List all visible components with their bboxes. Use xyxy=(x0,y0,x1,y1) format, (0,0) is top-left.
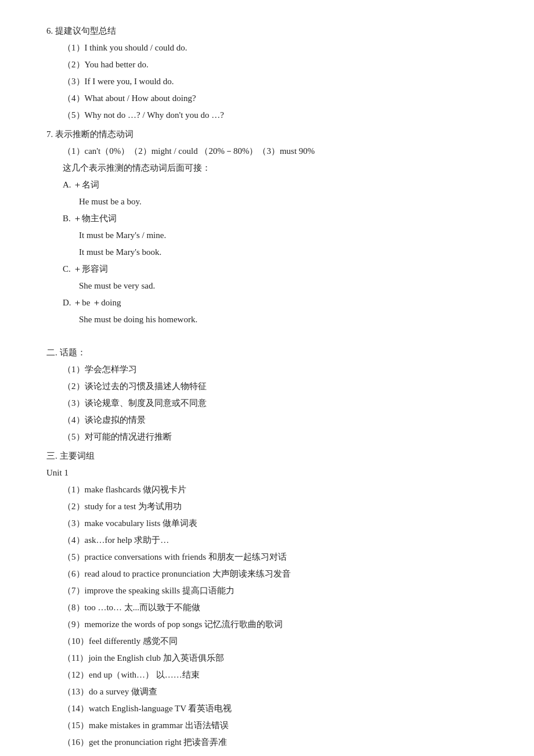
section-7-subD-example: She must be doing his homework. xyxy=(63,312,488,327)
section-7-content: （1）can't（0%）（2）might / could （20%－80%）（3… xyxy=(46,143,488,327)
section-2-items: （1）学会怎样学习 （2）谈论过去的习惯及描述人物特征 （3）谈论规章、制度及同… xyxy=(46,362,488,445)
section-6-item-3: （3）If I were you, I would do. xyxy=(63,74,488,89)
unit1-item-7: （7）improve the speaking skills 提高口语能力 xyxy=(63,583,488,599)
section-6-item-4: （4）What about / How about doing? xyxy=(63,91,488,106)
section-2-item-4: （4）谈论虚拟的情景 xyxy=(63,412,488,428)
unit1-item-14: （14）watch English-language TV 看英语电视 xyxy=(63,701,488,717)
section-6-item-1: （1）I think you should / could do. xyxy=(63,40,488,56)
unit1-item-5: （5）practice conversations with friends 和… xyxy=(63,549,488,565)
section-2-item-5: （5）对可能的情况进行推断 xyxy=(63,429,488,445)
unit1-item-16: （16）get the pronunciation right 把读音弄准 xyxy=(63,735,488,750)
unit1-item-3: （3）make vocabulary lists 做单词表 xyxy=(63,516,488,531)
section-7-line1: （1）can't（0%）（2）might / could （20%－80%）（3… xyxy=(63,143,488,159)
section-7: 7. 表示推断的情态动词 （1）can't（0%）（2）might / coul… xyxy=(46,127,488,327)
unit1-item-10: （10）feel differently 感觉不同 xyxy=(63,633,488,649)
section-6: 6. 提建议句型总结 （1）I think you should / could… xyxy=(46,23,488,123)
section-6-items: （1）I think you should / could do. （2）You… xyxy=(46,40,488,123)
unit1-item-12: （12）end up（with…） 以……结束 xyxy=(63,667,488,683)
unit1-item-2: （2）study for a test 为考试用功 xyxy=(63,499,488,514)
section-2-item-3: （3）谈论规章、制度及同意或不同意 xyxy=(63,395,488,411)
section-7-subA-example: He must be a boy. xyxy=(63,194,488,210)
section-6-title: 6. 提建议句型总结 xyxy=(46,23,488,39)
section-7-line2: 这几个表示推测的情态动词后面可接： xyxy=(63,160,488,176)
unit1-item-4: （4）ask…for help 求助于… xyxy=(63,532,488,548)
section-2-item-2: （2）谈论过去的习惯及描述人物特征 xyxy=(63,379,488,394)
section-7-subC-example: She must be very sad. xyxy=(63,278,488,294)
section-7-subC-label: C. ＋形容词 xyxy=(63,261,488,277)
section-6-item-2: （2）You had better do. xyxy=(63,57,488,73)
unit1-item-6: （6）read aloud to practice pronunciation … xyxy=(63,566,488,582)
unit1-item-9: （9）memorize the words of pop songs 记忆流行歌… xyxy=(63,617,488,632)
section-7-subA-label: A. ＋名词 xyxy=(63,177,488,193)
section-2-item-1: （1）学会怎样学习 xyxy=(63,362,488,377)
section-7-subB-example2: It must be Mary's book. xyxy=(63,244,488,260)
section-2: 二. 话题： （1）学会怎样学习 （2）谈论过去的习惯及描述人物特征 （3）谈论… xyxy=(46,345,488,445)
section-2-title: 二. 话题： xyxy=(46,345,488,361)
unit1-item-13: （13）do a survey 做调查 xyxy=(63,684,488,700)
section-7-title: 7. 表示推断的情态动词 xyxy=(46,127,488,142)
section-7-subB-label: B. ＋物主代词 xyxy=(63,211,488,226)
section-3-title: 三. 主要词组 xyxy=(46,448,488,464)
section-3: 三. 主要词组 Unit 1 （1）make flashcards 做闪视卡片 … xyxy=(46,448,488,750)
unit1-item-8: （8）too …to… 太...而以致于不能做 xyxy=(63,600,488,615)
unit1-item-1: （1）make flashcards 做闪视卡片 xyxy=(63,482,488,498)
section-3-unit1-items: （1）make flashcards 做闪视卡片 （2）study for a … xyxy=(46,482,488,750)
unit1-item-11: （11）join the English club 加入英语俱乐部 xyxy=(63,650,488,666)
unit1-item-15: （15）make mistakes in grammar 出语法错误 xyxy=(63,718,488,733)
section-6-item-5: （5）Why not do …? / Why don't you do …? xyxy=(63,107,488,123)
section-7-subB-example1: It must be Mary's / mine. xyxy=(63,228,488,243)
section-7-subD-label: D. ＋be ＋doing xyxy=(63,295,488,311)
section-3-unit1-label: Unit 1 xyxy=(46,465,488,481)
